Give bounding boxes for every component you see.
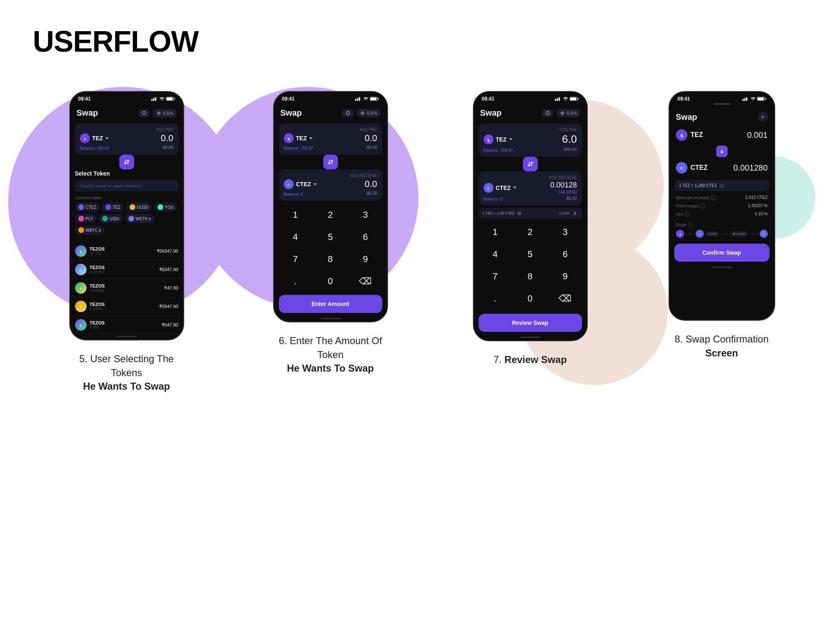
tli-icon-2: C (75, 264, 87, 275)
enter-amount-btn-6[interactable]: Enter Amount (279, 295, 382, 313)
token-to-selector-7[interactable]: C CTEZ (484, 183, 517, 193)
phone-screen-7: 09:41 Swap 0.5% (473, 91, 588, 341)
step-5: 5. (79, 353, 87, 364)
refresh-btn-7[interactable] (542, 109, 553, 117)
svg-text:ꜩ: ꜩ (487, 138, 490, 142)
token-from-amount-6: 0.0 (365, 133, 377, 144)
key-5-6[interactable]: 5 (315, 228, 345, 246)
chip-ply-label: PLY (86, 217, 93, 221)
detail-label-min: Minimum received i (676, 195, 716, 200)
chip-you-icon (158, 204, 163, 210)
key-4-7[interactable]: 4 (480, 246, 510, 263)
token-from-selector-6[interactable]: ꜩ TEZ (284, 133, 313, 143)
tli-name-4: TEZOS (90, 302, 105, 307)
token-from-selector-5[interactable]: ꜩ TEZ (80, 133, 109, 143)
chip-ctez[interactable]: CTEZ (75, 203, 100, 212)
token-to-selector-6[interactable]: C CTEZ (284, 179, 317, 189)
refresh-btn-5[interactable] (138, 109, 150, 117)
token-from-name-5: TEZ (92, 135, 103, 142)
chevron-to-6 (313, 183, 317, 185)
token-list-item-5[interactable]: ꜩ TEZOS 0 ctez ₹647.90 (70, 316, 183, 334)
tli-sub-4: 6 tzBTC (90, 307, 105, 311)
key-3-6[interactable]: 3 (350, 206, 380, 224)
chip-usdt[interactable]: USDt (99, 214, 123, 223)
token-chips-5: CTEZ TEZ UUSD YOU (75, 203, 178, 235)
key-8-7[interactable]: 8 (515, 268, 545, 285)
token-list-item-2[interactable]: C TEZOS 14 CTEZ ₹6347.90 (70, 260, 183, 279)
token-from-selector-7[interactable]: ꜩ TEZ (484, 135, 512, 144)
flow-item-8: 09:41 Swap × ꜩ (669, 91, 775, 360)
down-arrow-container-8 (669, 146, 774, 157)
key-6-6[interactable]: 6 (350, 228, 380, 246)
wifi-icon-7 (563, 97, 568, 101)
chevron-from-7 (509, 138, 512, 140)
token-list-item-4[interactable]: ₿ TEZOS 6 tzBTC ₹5947.90 (70, 297, 183, 316)
token-list-item-1[interactable]: ꜩ TEZOS 32 TEZ ₹56347.90 (70, 242, 183, 260)
status-time-5: 09:41 (78, 96, 91, 102)
key-6-7[interactable]: 6 (550, 246, 580, 263)
close-btn-8[interactable]: × (758, 112, 768, 122)
key-1-6[interactable]: 1 (281, 206, 310, 224)
key-2-6[interactable]: 2 (315, 206, 345, 224)
key-9-6[interactable]: 9 (350, 251, 380, 268)
settings-btn-5[interactable]: 0.5% (153, 109, 176, 117)
swap-title-7: Swap (480, 108, 502, 118)
key-7-6[interactable]: 7 (281, 251, 310, 268)
phone-content-8: Swap × ꜩ TEZ 0.001 (669, 107, 774, 320)
key-9-7[interactable]: 9 (550, 268, 580, 285)
svg-rect-27 (570, 98, 576, 100)
key-back-6[interactable]: ⌫ (350, 273, 380, 290)
search-input-5[interactable]: Search name or paste address (75, 180, 178, 192)
svg-rect-34 (746, 97, 747, 101)
confirm-swap-btn-8[interactable]: Confirm Swap (674, 244, 769, 262)
settings-btn-7[interactable]: 0.5% (557, 109, 580, 117)
key-1-7[interactable]: 1 (480, 224, 510, 241)
price-info-text-7: 1 TEZ = 1.28 CTEZ (483, 211, 515, 215)
key-0-6[interactable]: 0 (315, 273, 345, 290)
svg-rect-19 (378, 98, 379, 100)
token-list-item-3[interactable]: $ TEZOS 12USDtz ₹47.90 (70, 279, 183, 297)
chip-tez[interactable]: TEZ (102, 203, 124, 212)
chip-you[interactable]: YOU (154, 203, 177, 212)
chip-wbtc[interactable]: WBTC.e (75, 226, 105, 235)
svg-text:ꜩ: ꜩ (80, 250, 82, 253)
flow-caption-8: 8. Swap Confirmation Screen (675, 332, 769, 360)
refresh-btn-6[interactable] (342, 109, 354, 117)
settings-btn-6[interactable]: 0.5% (357, 109, 380, 117)
chip-uusd[interactable]: UUSD (126, 203, 152, 212)
swap-arrows-icon-7 (527, 161, 534, 167)
flow-caption-5: 5. User Selecting The Tokens He Wants To… (65, 352, 188, 393)
key-7-7[interactable]: 7 (480, 268, 510, 285)
token-from-balance-5: Balance: 256.87 (80, 146, 110, 151)
swap-middle-btn-7[interactable] (523, 157, 538, 171)
refresh-small-icon-7 (517, 211, 521, 215)
key-dot-6[interactable]: . (281, 273, 310, 290)
phone-content-5: Swap 0.5% YOU PAY (70, 103, 183, 340)
chip-ply[interactable]: PLY (75, 214, 96, 223)
key-4-6[interactable]: 4 (281, 228, 310, 246)
status-icons-5 (151, 97, 175, 101)
key-0-7[interactable]: 0 (515, 290, 545, 307)
confirm-tez-row-8: ꜩ TEZ 0.001 (669, 125, 774, 145)
detail-value-fee: 0.10 % (755, 212, 767, 217)
svg-rect-2 (155, 97, 156, 101)
signal-icon-5 (151, 97, 158, 101)
signal-icon-6 (355, 97, 362, 101)
key-8-6[interactable]: 8 (315, 251, 345, 268)
key-2-7[interactable]: 2 (515, 224, 545, 241)
status-time-8: 09:41 (678, 96, 690, 102)
key-5-7[interactable]: 5 (515, 246, 545, 263)
home-indicator-6 (320, 318, 341, 319)
review-swap-btn-7[interactable]: Review Swap (479, 314, 582, 332)
svg-rect-5 (174, 98, 175, 100)
key-back-7[interactable]: ⌫ (550, 290, 580, 307)
svg-rect-24 (557, 98, 558, 101)
chip-weth[interactable]: WETH.e (125, 214, 155, 223)
detail-value-min: 0.013 CTEZ (746, 195, 768, 200)
svg-text:₿: ₿ (80, 305, 82, 309)
swap-middle-btn-6[interactable] (323, 155, 338, 169)
swap-middle-btn-5[interactable] (119, 155, 134, 169)
tli-amount-2: ₹6347.90 (159, 267, 178, 272)
key-3-7[interactable]: 3 (550, 224, 580, 241)
key-dot-7[interactable]: . (480, 290, 510, 307)
